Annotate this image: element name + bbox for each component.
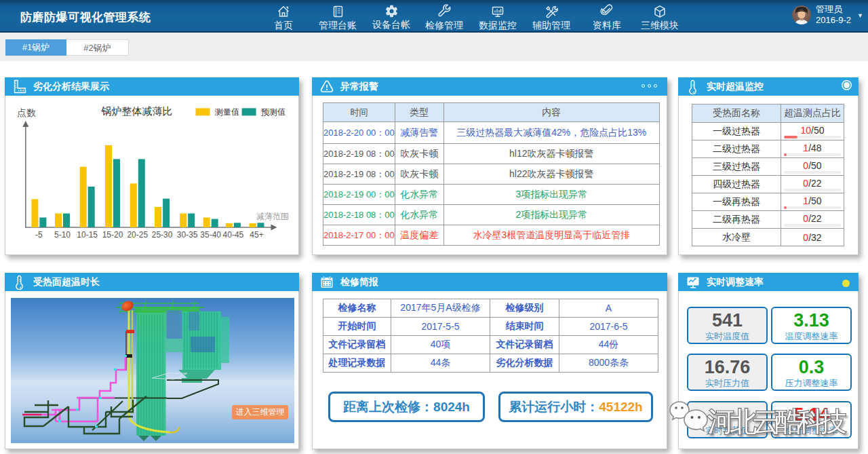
svg-text:预测值: 预测值 bbox=[261, 107, 285, 117]
svg-text:30-35: 30-35 bbox=[177, 230, 198, 240]
svg-text:20-25: 20-25 bbox=[127, 230, 148, 240]
svg-text:5-10: 5-10 bbox=[54, 230, 71, 240]
svg-text:点数: 点数 bbox=[17, 107, 36, 118]
svg-text:40-45: 40-45 bbox=[223, 230, 244, 240]
svg-text:35-40: 35-40 bbox=[200, 230, 221, 240]
svg-text:25-30: 25-30 bbox=[152, 230, 173, 240]
svg-text:测量值: 测量值 bbox=[214, 107, 239, 117]
svg-text:减薄范围: 减薄范围 bbox=[256, 212, 289, 221]
svg-text:15-20: 15-20 bbox=[102, 230, 123, 240]
svg-text:10-15: 10-15 bbox=[77, 230, 98, 240]
svg-text:45+: 45+ bbox=[250, 230, 263, 240]
svg-text:锅炉整体减薄比: 锅炉整体减薄比 bbox=[101, 105, 173, 117]
svg-text:-5: -5 bbox=[35, 230, 43, 240]
